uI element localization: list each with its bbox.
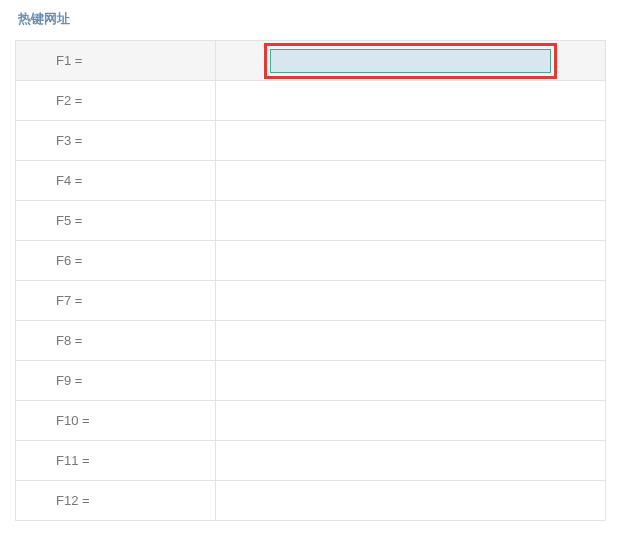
hotkey-label: F2 = bbox=[16, 81, 216, 121]
table-row: F12 = bbox=[16, 481, 606, 521]
selection-highlight bbox=[264, 43, 557, 79]
table-row: F9 = bbox=[16, 361, 606, 401]
hotkey-url-input[interactable] bbox=[270, 49, 551, 73]
table-row: F10 = bbox=[16, 401, 606, 441]
hotkey-value-cell[interactable] bbox=[216, 81, 606, 121]
hotkey-label: F6 = bbox=[16, 241, 216, 281]
hotkey-label: F8 = bbox=[16, 321, 216, 361]
hotkey-value-cell[interactable] bbox=[216, 321, 606, 361]
table-row: F7 = bbox=[16, 281, 606, 321]
hotkey-value-cell[interactable] bbox=[216, 161, 606, 201]
hotkey-label: F4 = bbox=[16, 161, 216, 201]
table-row: F11 = bbox=[16, 441, 606, 481]
hotkey-label: F1 = bbox=[16, 41, 216, 81]
hotkey-value-cell[interactable] bbox=[216, 241, 606, 281]
hotkey-label: F9 = bbox=[16, 361, 216, 401]
hotkey-value-cell[interactable] bbox=[216, 361, 606, 401]
hotkey-value-cell[interactable] bbox=[216, 41, 606, 81]
table-row: F6 = bbox=[16, 241, 606, 281]
table-row: F2 = bbox=[16, 81, 606, 121]
table-row: F3 = bbox=[16, 121, 606, 161]
hotkey-value-cell[interactable] bbox=[216, 121, 606, 161]
hotkey-label: F10 = bbox=[16, 401, 216, 441]
section-title: 热键网址 bbox=[15, 10, 606, 28]
hotkey-label: F11 = bbox=[16, 441, 216, 481]
hotkey-value-cell[interactable] bbox=[216, 281, 606, 321]
hotkey-value-cell[interactable] bbox=[216, 481, 606, 521]
hotkey-value-cell[interactable] bbox=[216, 401, 606, 441]
hotkey-label: F12 = bbox=[16, 481, 216, 521]
table-row: F1 = bbox=[16, 41, 606, 81]
hotkey-value-cell[interactable] bbox=[216, 201, 606, 241]
hotkey-tbody: F1 =F2 =F3 =F4 =F5 =F6 =F7 =F8 =F9 =F10 … bbox=[16, 41, 606, 521]
hotkey-table: F1 =F2 =F3 =F4 =F5 =F6 =F7 =F8 =F9 =F10 … bbox=[15, 40, 606, 521]
hotkey-label: F5 = bbox=[16, 201, 216, 241]
table-row: F8 = bbox=[16, 321, 606, 361]
table-row: F5 = bbox=[16, 201, 606, 241]
table-row: F4 = bbox=[16, 161, 606, 201]
hotkey-value-cell[interactable] bbox=[216, 441, 606, 481]
hotkey-label: F7 = bbox=[16, 281, 216, 321]
hotkey-label: F3 = bbox=[16, 121, 216, 161]
